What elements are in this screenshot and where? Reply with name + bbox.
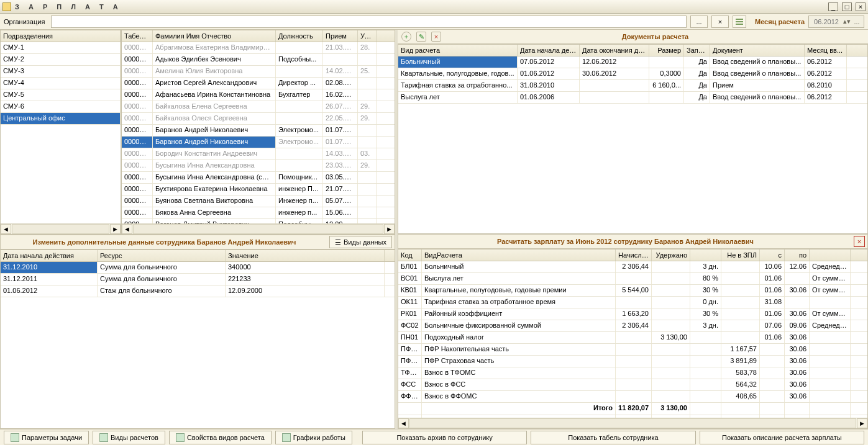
show-archive-button[interactable]: Показать архив по сотруднику [362, 431, 527, 444]
doc-row[interactable]: Квартальные, полугодовые, годов...01.06.… [398, 68, 867, 80]
emp-header-fio[interactable]: Фамилия Имя Отчество [153, 30, 276, 42]
subdivision-row[interactable]: Центральный офис [1, 113, 121, 125]
calc-header-nach[interactable]: Начислено [616, 249, 652, 261]
prop-row[interactable]: 01.06.2012Стаж для больничного12.09.2000 [1, 285, 395, 297]
calc-hscroll[interactable]: ◄► [398, 418, 867, 428]
employee-row[interactable]: 000000...Бусыгина Инна Александровна23.0… [122, 160, 395, 172]
employees-hscroll[interactable]: ◄► [122, 223, 395, 234]
calc-row[interactable]: ФФМСВзнос в ФФОМС408,6530.06 [398, 391, 867, 403]
employee-row[interactable]: 000000...Ваганов Дмитрий ВикторовичПодсо… [122, 219, 395, 223]
employee-row[interactable]: 000000...Афанасьева Ирина Константиновна… [122, 89, 395, 101]
salary-calc-close-button[interactable]: × [854, 236, 865, 247]
employee-row[interactable]: 000000...Бусыгина Инна Александровна (со… [122, 172, 395, 184]
employee-row[interactable]: 000000...Амелина Юлия Викторовна14.02.20… [122, 66, 395, 78]
employee-props-grid[interactable]: Дата начала действия Ресурс Значение 31.… [0, 249, 395, 429]
calc-header-ud[interactable]: Удержано [652, 249, 690, 261]
employee-row[interactable]: 000000...Бухтиярова Екатерина Николаевна… [122, 184, 395, 196]
work-schedules-button[interactable]: Графики работы [275, 431, 352, 444]
calc-docs-grid[interactable]: Вид расчета Дата начала дей... Дата окон… [398, 44, 868, 234]
doc-header-type[interactable]: Вид расчета [398, 45, 518, 56]
calc-row[interactable]: ТФМСВзнос в ТФОМС583,7830.06 [398, 367, 867, 379]
doc-header-size[interactable]: Размер [649, 45, 684, 56]
org-label: Организация [4, 18, 45, 25]
subdivisions-header[interactable]: Подразделения [1, 30, 121, 42]
calc-row[interactable]: ОК11Тарифная ставка за отработанное врем… [398, 297, 867, 308]
calc-row[interactable]: ФС02Больничные фиксированной суммой2 306… [398, 320, 867, 332]
subdivisions-hscroll[interactable]: ◄► [1, 223, 121, 234]
subdivision-row[interactable]: СМУ-1 [1, 42, 121, 54]
show-calc-description-button[interactable]: Показать описание расчета зарплаты [700, 431, 864, 444]
subdivision-row[interactable]: СМУ-2 [1, 54, 121, 66]
doc-header-month[interactable]: Месяц вв... [805, 45, 847, 56]
subdivision-row[interactable]: СМУ-6 [1, 101, 121, 113]
edit-doc-button[interactable]: ✎ [416, 32, 426, 42]
calc-row[interactable]: ФССВзнос в ФСС564,3230.06 [398, 379, 867, 391]
doc-header-doc[interactable]: Документ [710, 45, 805, 56]
emp-cell-post [276, 42, 323, 53]
calc-row[interactable]: КВ01Квартальные, полугодовые, годовые пр… [398, 285, 867, 297]
calc-header-extra[interactable] [690, 249, 721, 261]
emp-header-hire[interactable]: Прием [323, 30, 358, 42]
calc-row[interactable]: ПФРСПФР Страховая часть3 891,8930.06 [398, 356, 867, 367]
employee-row[interactable]: 000000...Байкалова Елена Сергеевна26.07.… [122, 101, 395, 113]
employee-row[interactable]: 000000...Бякова Анна Сергеевнаинженер п.… [122, 207, 395, 219]
calc-row[interactable]: БЛ01Больничный2 306,443 дн.10.0612.06Сре… [398, 261, 867, 273]
doc-header-end[interactable]: Дата окончания де... [580, 45, 649, 56]
calc-header-to[interactable]: по [785, 249, 810, 261]
month-dots-icon[interactable]: ... [852, 18, 861, 25]
minimize-button[interactable]: _ [828, 2, 838, 11]
emp-header-post[interactable]: Должность [276, 30, 323, 42]
doc-header-lock[interactable]: Запи... [684, 45, 710, 56]
prop-header-val[interactable]: Значение [226, 250, 385, 261]
maximize-button[interactable]: □ [842, 2, 852, 11]
employee-row[interactable]: 000000...Бородич Константин Андреевич14.… [122, 148, 395, 160]
doc-row[interactable]: Выслуга лет01.06.2006ДаВвод сведений о п… [398, 92, 867, 104]
data-types-button[interactable]: ☰ Виды данных [329, 236, 392, 248]
calc-types-button[interactable]: Виды расчетов [93, 431, 165, 444]
prop-header-res[interactable]: Ресурс [98, 250, 226, 261]
org-select-button[interactable]: ... [690, 16, 708, 28]
subdivision-row[interactable]: СМУ-4 [1, 78, 121, 89]
task-params-button[interactable]: Параметры задачи [4, 431, 89, 444]
org-input[interactable] [51, 16, 687, 28]
employee-row[interactable]: 000000...Байкалова Олеся Сергеевна22.05.… [122, 113, 395, 125]
employees-grid[interactable]: Табель... Фамилия Имя Отчество Должность… [121, 30, 395, 235]
subdivision-row[interactable]: СМУ-3 [1, 66, 121, 78]
employee-row[interactable]: 000000...Аристов Сергей АлександровичДир… [122, 78, 395, 89]
month-selector[interactable]: 06.2012 ▴▾ ... [808, 16, 864, 28]
prop-row[interactable]: 31.12.2011Сумма для больничного221233 [1, 274, 395, 285]
calc-header-note[interactable] [810, 249, 851, 261]
close-button[interactable]: × [856, 2, 866, 11]
doc-row[interactable]: Тарифная ставка за отработанно...31.08.2… [398, 80, 867, 92]
show-timesheet-button[interactable]: Показать табель сотрудника [531, 431, 695, 444]
subdivision-row[interactable]: СМУ-5 [1, 89, 121, 101]
subdivisions-grid[interactable]: Подразделения СМУ-1СМУ-2СМУ-3СМУ-4СМУ-5С… [0, 30, 121, 235]
doc-row[interactable]: Больничный07.06.201212.06.2012ДаВвод све… [398, 56, 867, 68]
menu-icon[interactable] [733, 16, 746, 28]
employee-row[interactable]: 000000...Баранов Андрей НиколаевичЭлектр… [122, 125, 395, 137]
emp-header-fire[interactable]: Ув... [358, 30, 377, 42]
prop-header-date[interactable]: Дата начала действия [1, 250, 98, 261]
doc-header-start[interactable]: Дата начала дей... [518, 45, 580, 56]
employee-row[interactable]: 000000...Баранов Андрей НиколаевичЭлектр… [122, 137, 395, 148]
employee-row[interactable]: 000000...Абрагимова Екатерина Владимиров… [122, 42, 395, 54]
calc-header-from[interactable]: с [760, 249, 785, 261]
org-clear-button[interactable]: × [711, 16, 729, 28]
calc-row[interactable]: ПФРНПФР Накопительная часть1 167,5730.06 [398, 344, 867, 356]
add-doc-button[interactable]: + [401, 32, 411, 42]
calc-row[interactable]: ПН01Подоходный налог3 130,0001.0630.06 [398, 332, 867, 344]
month-spin-icon[interactable]: ▴▾ [843, 17, 851, 25]
employee-row[interactable]: 000000...Адыков Эдилбек ЭсеновичПодсобны… [122, 54, 395, 66]
calc-row[interactable]: ВС01Выслуга лет80 %01.06От суммы 0 [398, 273, 867, 285]
calc-header-vid[interactable]: ВидРасчета [422, 249, 616, 261]
salary-calc-grid[interactable]: Код ВидРасчета Начислено Удержано Не в З… [398, 249, 868, 429]
calc-row[interactable]: РК01Районный коэффициент1 663,2030 %01.0… [398, 308, 867, 320]
emp-cell-hire [323, 54, 358, 65]
calc-header-code[interactable]: Код [398, 249, 422, 261]
calc-type-props-button[interactable]: Свойства видов расчета [169, 431, 272, 444]
delete-doc-button[interactable]: × [431, 32, 441, 42]
calc-header-nezpl[interactable]: Не в ЗПЛ [721, 249, 760, 261]
prop-row[interactable]: 31.12.2010Сумма для больничного340000 [1, 262, 395, 274]
employee-row[interactable]: 000000...Буянова Светлана ВикторовнаИнже… [122, 196, 395, 207]
emp-header-tab[interactable]: Табель... [122, 30, 153, 42]
